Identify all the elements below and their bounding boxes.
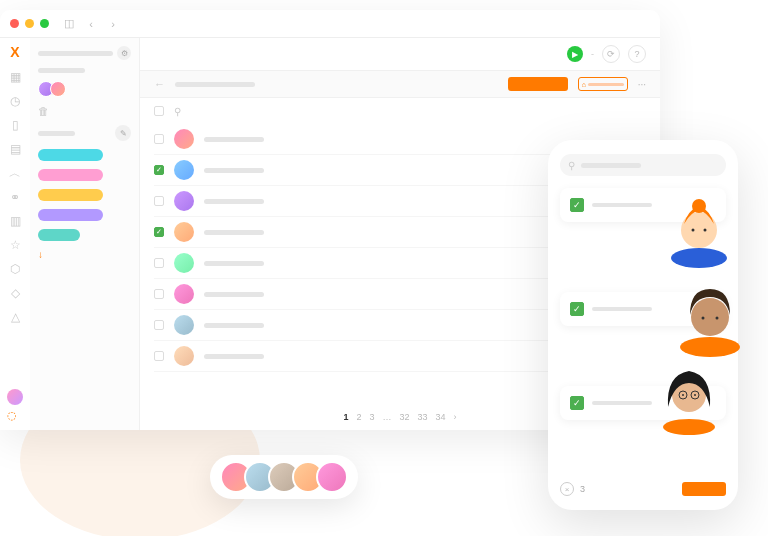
avatar [174, 222, 194, 242]
action-button[interactable] [682, 482, 726, 496]
tag-cyan[interactable] [38, 149, 103, 161]
phone-search[interactable]: ⚲ [560, 154, 726, 176]
placeholder-text [204, 230, 264, 235]
dash-icon: - [591, 49, 594, 59]
placeholder-text [38, 68, 85, 73]
back-icon[interactable]: ‹ [83, 16, 99, 32]
checkbox[interactable]: ✓ [570, 198, 584, 212]
avatar-group[interactable] [38, 81, 131, 97]
avatar-bar[interactable] [210, 455, 358, 499]
selection-count: 3 [580, 484, 585, 494]
person-illustration [654, 355, 724, 435]
tag-yellow[interactable] [38, 189, 103, 201]
placeholder-text [581, 163, 641, 168]
svg-point-9 [663, 419, 715, 435]
next-page-icon[interactable]: › [454, 412, 457, 422]
nav-header: ⚙ [38, 46, 131, 60]
doc-icon[interactable]: ▤ [8, 142, 22, 156]
primary-button[interactable] [508, 77, 568, 91]
svg-point-5 [680, 337, 740, 357]
subheader: ← ⌂ ··· [140, 70, 660, 98]
minimize-icon[interactable] [25, 19, 34, 28]
lock-icon: ⌂ [582, 81, 586, 88]
placeholder-text [204, 137, 264, 142]
placeholder-text [204, 199, 264, 204]
svg-point-1 [681, 212, 717, 248]
placeholder-text [38, 51, 113, 56]
topbar: ▶ - ⟳ ? [140, 38, 660, 70]
trash-icon[interactable]: 🗑 [38, 105, 131, 117]
phone-footer: × 3 [560, 482, 726, 496]
clock-icon[interactable]: ◷ [8, 94, 22, 108]
checkbox[interactable]: ✓ [154, 227, 164, 237]
star-icon[interactable]: ☆ [8, 238, 22, 252]
checkbox[interactable] [154, 289, 164, 299]
checkbox[interactable]: ✓ [154, 165, 164, 175]
checkbox[interactable] [154, 320, 164, 330]
app-logo[interactable]: X [10, 44, 19, 60]
page-number[interactable]: 3 [369, 412, 374, 422]
zoom-icon[interactable] [40, 19, 49, 28]
report-icon[interactable]: ▥ [8, 214, 22, 228]
grid-icon[interactable]: ▦ [8, 70, 22, 84]
users-icon[interactable]: ⚭ [8, 190, 22, 204]
checkbox[interactable] [154, 351, 164, 361]
placeholder-text [592, 307, 652, 311]
forward-icon[interactable]: › [105, 16, 121, 32]
avatar [174, 191, 194, 211]
page-number[interactable]: 34 [436, 412, 446, 422]
tag-pink[interactable] [38, 169, 103, 181]
svg-point-8 [716, 317, 719, 320]
gear-icon[interactable]: ⚙ [117, 46, 131, 60]
placeholder-text [204, 168, 264, 173]
more-icon[interactable]: ··· [638, 79, 646, 90]
avatar[interactable] [7, 389, 23, 405]
tag-icon[interactable]: ◇ [8, 286, 22, 300]
checkbox[interactable] [154, 258, 164, 268]
shape-icon[interactable]: △ [8, 310, 22, 324]
placeholder-text [204, 261, 264, 266]
back-icon[interactable]: ← [154, 78, 165, 90]
outline-button[interactable]: ⌂ [578, 77, 628, 91]
close-icon[interactable]: × [560, 482, 574, 496]
close-icon[interactable] [10, 19, 19, 28]
help-icon[interactable]: ? [628, 45, 646, 63]
tag-purple[interactable] [38, 209, 103, 221]
chevron-up-icon[interactable]: ︿ [8, 166, 22, 180]
sidebar-toggle-icon[interactable]: ◫ [61, 16, 77, 32]
page-number[interactable]: 1 [343, 412, 348, 422]
avatar [174, 346, 194, 366]
refresh-icon[interactable]: ⟳ [602, 45, 620, 63]
play-button[interactable]: ▶ [567, 46, 583, 62]
filter-bar: ⚲ [140, 98, 660, 124]
svg-point-13 [682, 394, 684, 396]
icon-rail: X ▦ ◷ ▯ ▤ ︿ ⚭ ▥ ☆ ⬡ ◇ △ ◌ [0, 38, 30, 430]
svg-point-0 [671, 248, 727, 268]
svg-point-4 [704, 229, 707, 232]
page-number[interactable]: 2 [356, 412, 361, 422]
svg-point-7 [702, 317, 705, 320]
placeholder-text [38, 131, 75, 136]
checkbox[interactable]: ✓ [570, 302, 584, 316]
add-icon[interactable]: ↓ [38, 249, 131, 260]
placeholder-text [204, 292, 264, 297]
checkbox[interactable] [154, 134, 164, 144]
pin-icon[interactable]: ⬡ [8, 262, 22, 276]
placeholder-text [592, 203, 652, 207]
window-titlebar: ◫ ‹ › [0, 10, 660, 38]
spinner-icon: ◌ [7, 409, 23, 422]
clipboard-icon[interactable]: ▯ [8, 118, 22, 132]
page-number[interactable]: 32 [400, 412, 410, 422]
page-number[interactable]: 33 [418, 412, 428, 422]
nav-column: ⚙ 🗑 ✎ ↓ [30, 38, 140, 430]
pencil-icon[interactable]: ✎ [115, 125, 131, 141]
tag-teal[interactable] [38, 229, 80, 241]
search-icon[interactable]: ⚲ [174, 106, 181, 117]
avatar [174, 253, 194, 273]
checkbox[interactable] [154, 196, 164, 206]
avatar[interactable] [316, 461, 348, 493]
person-illustration [664, 190, 734, 268]
select-all-checkbox[interactable] [154, 106, 164, 116]
checkbox[interactable]: ✓ [570, 396, 584, 410]
page-number[interactable]: … [383, 412, 392, 422]
